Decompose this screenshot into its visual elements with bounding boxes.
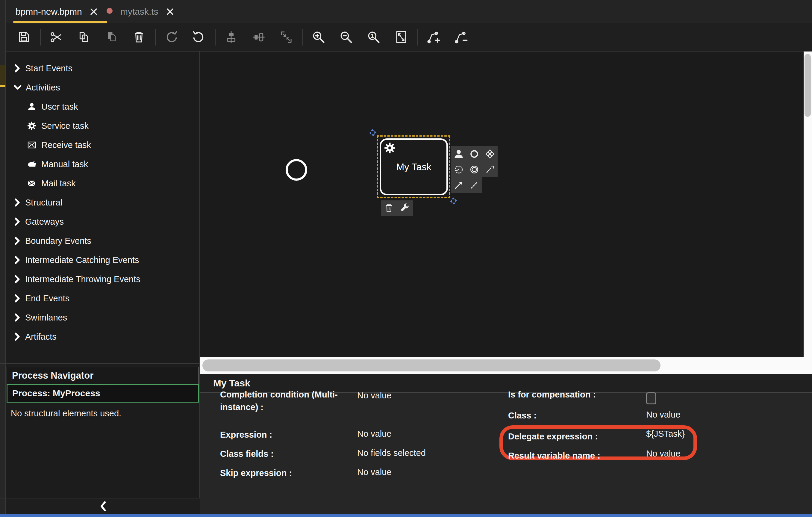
chevron-down-icon bbox=[14, 84, 22, 91]
is-for-compensation-checkbox[interactable] bbox=[646, 393, 656, 404]
palette-category-intermediate-catching-events[interactable]: Intermediate Catching Events bbox=[6, 251, 199, 269]
palette-category-label: Structural bbox=[25, 198, 62, 208]
strip-accent-line bbox=[0, 85, 5, 87]
close-icon[interactable] bbox=[166, 8, 174, 16]
save-button[interactable] bbox=[17, 30, 31, 44]
palette-category-end-events[interactable]: End Events bbox=[6, 289, 199, 308]
horizontal-scrollbar[interactable] bbox=[200, 357, 812, 374]
bpmn-editor-window: bpmn-new.bpmn mytask.ts bbox=[0, 0, 812, 517]
palette-category-activities[interactable]: Activities bbox=[6, 78, 199, 97]
svg-text:1: 1 bbox=[371, 33, 374, 39]
palette-category-label: Intermediate Throwing Events bbox=[25, 275, 140, 284]
palette-category-gateways[interactable]: Gateways bbox=[6, 212, 199, 231]
paste-button bbox=[104, 30, 119, 44]
tab-label: mytask.ts bbox=[120, 7, 158, 17]
field-value-completion-condition[interactable]: No value bbox=[357, 391, 391, 400]
field-value-expression[interactable]: No value bbox=[357, 429, 391, 439]
toolbar-separator bbox=[215, 29, 215, 46]
palette-item-label: Manual task bbox=[41, 160, 88, 169]
palette-item-mail-task[interactable]: Mail task bbox=[6, 174, 199, 193]
field-label-expression: Expression : bbox=[220, 428, 272, 441]
diagram-canvas[interactable]: My Task bbox=[200, 52, 804, 357]
connect-to-shape-button[interactable] bbox=[482, 162, 498, 177]
element-palette: Start Events Activities User task Servic… bbox=[6, 52, 200, 370]
tab-bpmn-new[interactable]: bpmn-new.bpmn bbox=[16, 0, 97, 23]
user-icon bbox=[27, 102, 36, 111]
field-value-delegate-expression[interactable]: ${JSTask} bbox=[646, 429, 685, 439]
palette-category-intermediate-throwing-events[interactable]: Intermediate Throwing Events bbox=[6, 269, 199, 289]
remove-bendpoint-button[interactable] bbox=[454, 30, 468, 44]
undo-button[interactable] bbox=[192, 30, 206, 44]
zoom-out-button[interactable] bbox=[339, 30, 353, 44]
start-event-node[interactable] bbox=[286, 159, 307, 181]
field-value-class-fields[interactable]: No fields selected bbox=[357, 448, 426, 458]
palette-item-receive-task[interactable]: Receive task bbox=[6, 135, 199, 154]
palette-category-start-events[interactable]: Start Events bbox=[6, 59, 199, 78]
palette-category-structural[interactable]: Structural bbox=[6, 193, 199, 212]
palette-item-user-task[interactable]: User task bbox=[6, 97, 199, 116]
process-navigator-panel: Process Navigator Process: MyProcess No … bbox=[6, 363, 200, 498]
properties-panel: My Task Completion condition (Multi-inst… bbox=[200, 374, 812, 514]
active-tab-indicator bbox=[13, 21, 107, 23]
append-timer-event-button[interactable] bbox=[451, 162, 466, 177]
tab-mytask-ts[interactable]: mytask.ts bbox=[120, 0, 174, 23]
palette-item-service-task[interactable]: Service task bbox=[6, 116, 199, 135]
palette-item-label: Mail task bbox=[41, 178, 76, 189]
receive-envelope-icon bbox=[27, 140, 36, 150]
palette-category-label: Start Events bbox=[25, 63, 72, 74]
node-label: My Task bbox=[397, 162, 431, 173]
zoom-in-button[interactable] bbox=[311, 30, 326, 44]
vertical-scrollbar[interactable] bbox=[804, 52, 812, 357]
strip-divider bbox=[0, 498, 5, 498]
append-user-task-button[interactable] bbox=[451, 146, 466, 162]
chevron-right-icon bbox=[14, 218, 21, 226]
toolbar-separator bbox=[302, 29, 303, 46]
field-label-class: Class : bbox=[508, 409, 536, 422]
add-bendpoint-button[interactable] bbox=[426, 30, 441, 44]
zoom-fit-button[interactable] bbox=[394, 30, 408, 44]
node-action-pad bbox=[381, 200, 413, 216]
redo-button bbox=[164, 30, 178, 44]
cut-button[interactable] bbox=[49, 30, 63, 44]
delete-node-button[interactable] bbox=[381, 200, 397, 216]
vertical-scrollbar-thumb[interactable] bbox=[805, 54, 811, 117]
edit-node-button[interactable] bbox=[397, 200, 413, 216]
context-pad bbox=[451, 146, 498, 193]
field-value-result-variable-name[interactable]: No value bbox=[646, 449, 680, 459]
service-task-node[interactable]: My Task bbox=[380, 138, 448, 195]
editor-toolbar: 1 bbox=[6, 23, 812, 52]
sequence-flow-button[interactable] bbox=[451, 177, 466, 193]
delete-button[interactable] bbox=[132, 30, 146, 44]
tab-label: bpmn-new.bpmn bbox=[16, 7, 82, 17]
palette-category-boundary-events[interactable]: Boundary Events bbox=[6, 231, 199, 251]
resize-handle-icon[interactable] bbox=[369, 129, 377, 137]
palette-category-label: Boundary Events bbox=[25, 236, 91, 246]
hand-icon bbox=[27, 160, 36, 169]
same-size-button bbox=[279, 30, 293, 44]
association-button[interactable] bbox=[466, 177, 482, 193]
resize-handle-icon[interactable] bbox=[450, 197, 458, 205]
process-navigator-header: Process Navigator bbox=[7, 367, 199, 384]
palette-item-label: User task bbox=[41, 102, 78, 112]
field-value-skip-expression[interactable]: No value bbox=[357, 467, 391, 477]
append-end-event-button[interactable] bbox=[466, 162, 482, 177]
field-label-result-variable-name: Result variable name : bbox=[508, 449, 600, 462]
chevron-right-icon bbox=[14, 313, 21, 322]
chevron-right-icon bbox=[14, 333, 21, 341]
palette-category-swimlanes[interactable]: Swimlanes bbox=[6, 308, 199, 327]
field-value-class[interactable]: No value bbox=[646, 410, 680, 420]
zoom-actual-button[interactable]: 1 bbox=[367, 30, 381, 44]
process-navigator-process-row[interactable]: Process: MyProcess bbox=[7, 384, 199, 403]
copy-button[interactable] bbox=[77, 30, 91, 44]
process-navigator-title: Process Navigator bbox=[12, 370, 93, 381]
palette-category-artifacts[interactable]: Artifacts bbox=[6, 327, 199, 346]
palette-item-manual-task[interactable]: Manual task bbox=[6, 154, 199, 174]
append-event-button[interactable] bbox=[466, 146, 482, 162]
close-icon[interactable] bbox=[90, 8, 97, 16]
horizontal-scrollbar-thumb[interactable] bbox=[202, 360, 661, 371]
chevron-right-icon bbox=[14, 294, 21, 303]
sidebar-collapse-bar[interactable] bbox=[6, 498, 200, 514]
append-gateway-button[interactable] bbox=[482, 146, 498, 162]
palette-category-label: Activities bbox=[26, 83, 60, 92]
field-label-completion-condition: Completion condition (Multi-instance) : bbox=[220, 388, 346, 413]
